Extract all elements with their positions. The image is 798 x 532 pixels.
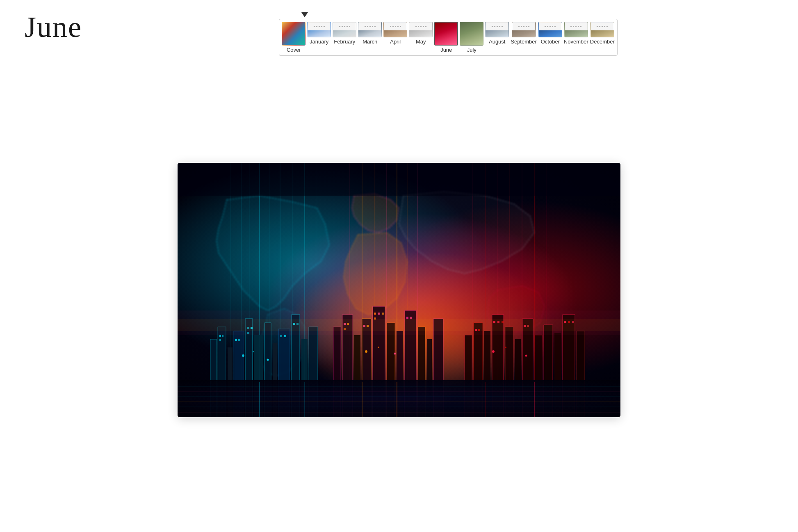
svg-point-117 bbox=[394, 352, 396, 354]
thumbnail-img-august bbox=[485, 22, 509, 37]
thumbnail-strip: CoverJanuaryFebruaryMarchAprilMayJuneJul… bbox=[279, 19, 618, 56]
thumbnail-april[interactable]: April bbox=[383, 22, 407, 53]
thumbnail-cover[interactable]: Cover bbox=[282, 22, 306, 53]
thumbnail-img-february bbox=[333, 22, 356, 37]
svg-point-112 bbox=[242, 354, 244, 357]
thumbnail-img-june bbox=[434, 22, 458, 46]
thumbnail-dots-october bbox=[539, 22, 562, 30]
selected-arrow-indicator bbox=[301, 12, 308, 17]
app-container: June CoverJanuaryFebruaryMarchAprilMayJu… bbox=[0, 0, 798, 532]
thumbnail-february[interactable]: February bbox=[333, 22, 356, 53]
svg-rect-48 bbox=[280, 335, 282, 337]
thumbnail-label-may: May bbox=[416, 39, 426, 45]
svg-rect-111 bbox=[178, 163, 620, 196]
thumbnail-december[interactable]: December bbox=[590, 22, 615, 53]
thumbnail-img-april bbox=[383, 22, 407, 37]
svg-rect-110 bbox=[178, 319, 620, 331]
thumbnail-label-december: December bbox=[590, 39, 615, 45]
thumbnail-dots-december bbox=[591, 22, 614, 30]
thumbnail-label-september: September bbox=[511, 39, 537, 45]
svg-point-116 bbox=[378, 347, 379, 348]
svg-point-118 bbox=[492, 350, 495, 353]
thumbnail-img-may bbox=[409, 22, 433, 37]
main-image-area bbox=[0, 60, 798, 532]
svg-point-119 bbox=[505, 347, 506, 348]
thumbnail-strip-wrapper: CoverJanuaryFebruaryMarchAprilMayJuneJul… bbox=[123, 12, 773, 56]
thumbnail-label-february: February bbox=[334, 39, 355, 45]
thumbnail-label-july: July bbox=[467, 47, 477, 53]
thumbnail-june[interactable]: June bbox=[434, 22, 458, 53]
neon-world-map-image bbox=[178, 163, 620, 417]
svg-point-113 bbox=[253, 351, 254, 352]
thumbnail-may[interactable]: May bbox=[409, 22, 433, 53]
thumbnail-september[interactable]: September bbox=[511, 22, 537, 53]
thumbnail-dots-may bbox=[409, 22, 432, 30]
thumbnail-img-december bbox=[591, 22, 614, 37]
svg-rect-40 bbox=[219, 335, 221, 337]
thumbnail-label-january: January bbox=[310, 39, 328, 45]
svg-rect-43 bbox=[235, 339, 237, 341]
thumbnail-label-cover: Cover bbox=[287, 47, 301, 53]
thumbnail-label-april: April bbox=[390, 39, 401, 45]
svg-rect-96 bbox=[178, 380, 620, 417]
month-title: June bbox=[25, 12, 107, 42]
thumbnail-img-cover bbox=[282, 22, 306, 46]
main-image-frame bbox=[178, 163, 620, 417]
thumbnail-dots-september bbox=[512, 22, 535, 30]
svg-rect-49 bbox=[284, 335, 286, 337]
thumbnail-label-august: August bbox=[489, 39, 505, 45]
svg-rect-42 bbox=[219, 339, 221, 341]
title-area: June bbox=[25, 12, 107, 42]
thumbnail-dots-february bbox=[333, 22, 356, 30]
thumbnail-dots-march bbox=[358, 22, 381, 30]
thumbnail-dots-april bbox=[384, 22, 407, 30]
thumbnail-january[interactable]: January bbox=[307, 22, 331, 53]
thumbnail-november[interactable]: November bbox=[564, 22, 588, 53]
thumbnail-label-march: March bbox=[363, 39, 377, 45]
thumbnail-dots-november bbox=[565, 22, 588, 30]
thumbnail-dots-august bbox=[486, 22, 508, 30]
thumbnail-img-january bbox=[307, 22, 331, 37]
thumbnail-img-march bbox=[358, 22, 382, 37]
thumbnail-img-october bbox=[538, 22, 562, 37]
svg-point-114 bbox=[267, 358, 269, 361]
thumbnail-august[interactable]: August bbox=[485, 22, 509, 53]
thumbnail-march[interactable]: March bbox=[358, 22, 382, 53]
thumbnail-img-july bbox=[460, 22, 483, 46]
svg-point-115 bbox=[365, 350, 367, 353]
thumbnail-july[interactable]: July bbox=[460, 22, 483, 53]
thumbnail-img-november bbox=[564, 22, 588, 37]
svg-rect-41 bbox=[222, 335, 223, 337]
svg-rect-44 bbox=[238, 339, 240, 341]
svg-point-120 bbox=[525, 354, 527, 356]
thumbnail-label-october: October bbox=[541, 39, 560, 45]
thumbnail-img-september bbox=[512, 22, 536, 37]
thumbnail-label-june: June bbox=[440, 47, 452, 53]
thumbnail-october[interactable]: October bbox=[538, 22, 562, 53]
top-area: June CoverJanuaryFebruaryMarchAprilMayJu… bbox=[0, 0, 798, 60]
thumbnail-label-november: November bbox=[564, 39, 588, 45]
thumbnail-dots-january bbox=[308, 22, 331, 30]
